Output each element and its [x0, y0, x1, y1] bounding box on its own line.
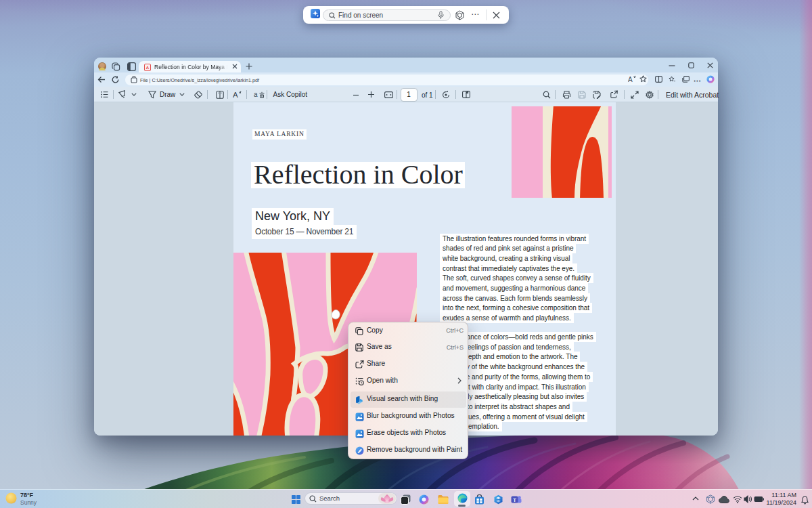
svg-text:A: A: [233, 91, 238, 99]
svg-text:T: T: [513, 497, 516, 503]
svg-text:A: A: [628, 76, 633, 83]
svg-text:A: A: [146, 66, 150, 70]
